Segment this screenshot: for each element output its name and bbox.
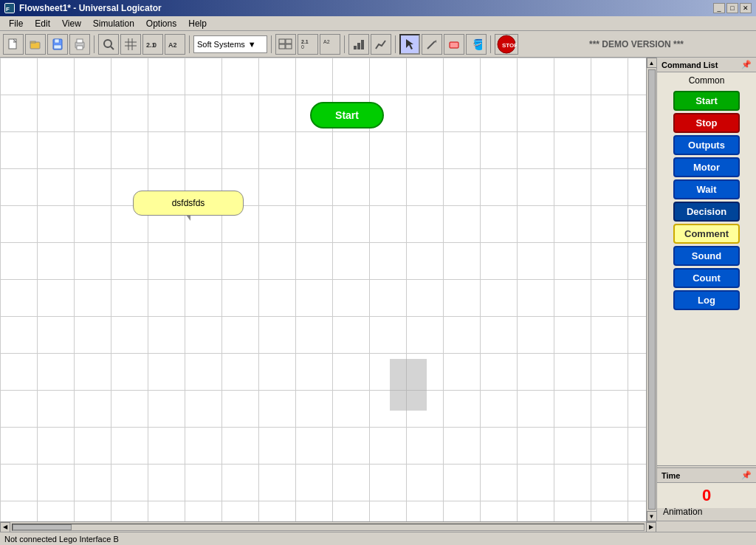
- svg-rect-27: [354, 46, 357, 49]
- start-command-button[interactable]: Start: [673, 91, 740, 111]
- time-panel-header: Time 📌: [657, 468, 756, 483]
- svg-text:🪣: 🪣: [472, 38, 482, 50]
- menu-file[interactable]: File: [3, 17, 29, 30]
- time-panel: Time 📌 0: [656, 467, 756, 508]
- log-command-button[interactable]: Log: [673, 290, 740, 310]
- scroll-left-button[interactable]: ◀: [0, 522, 10, 532]
- numbers-b-button[interactable]: 2.10: [298, 34, 318, 55]
- maximize-button[interactable]: □: [726, 3, 738, 13]
- menu-help[interactable]: Help: [182, 17, 213, 30]
- common-section-label: Common: [657, 72, 756, 89]
- svg-text:0: 0: [301, 44, 304, 49]
- window-controls[interactable]: _ □ ✕: [713, 3, 752, 13]
- open-button[interactable]: [25, 34, 46, 55]
- grid-button[interactable]: [120, 34, 141, 55]
- vertical-scrollbar[interactable]: ▲ ▼: [646, 58, 656, 521]
- command-list-title: Command List: [662, 61, 718, 69]
- sound-command-button[interactable]: Sound: [673, 246, 740, 266]
- main-layout: Start dsfdsfds ▲ ▼ Command List 📌 Common…: [0, 58, 756, 521]
- stop-command-button[interactable]: Stop: [673, 113, 740, 133]
- motor-command-button[interactable]: Motor: [673, 157, 740, 177]
- svg-rect-21: [286, 39, 292, 44]
- titlebar-left: F Flowsheet1* - Universal Logicator: [4, 3, 162, 13]
- scroll-track-horizontal[interactable]: [12, 524, 645, 531]
- menu-view[interactable]: View: [56, 17, 87, 30]
- arrows-button[interactable]: A2: [165, 34, 185, 55]
- svg-rect-7: [54, 45, 61, 49]
- toolbar: 2.10 A2 Soft Systems ▼ 2.10 A2: [0, 31, 756, 58]
- svg-rect-4: [30, 41, 35, 43]
- app-icon: F: [4, 3, 15, 13]
- svg-text:A2: A2: [168, 41, 177, 49]
- svg-marker-30: [406, 39, 413, 49]
- svg-rect-6: [55, 39, 59, 43]
- dropdown-arrow-icon: ▼: [248, 40, 256, 49]
- time-panel-title: Time: [662, 471, 680, 480]
- separator-2: [189, 35, 190, 53]
- scroll-down-button[interactable]: ▼: [647, 511, 657, 521]
- svg-rect-9: [77, 39, 83, 43]
- stop-toolbar-button[interactable]: STOP: [495, 34, 518, 55]
- menu-simulation[interactable]: Simulation: [87, 17, 140, 30]
- svg-text:STOP: STOP: [502, 42, 517, 49]
- svg-rect-23: [286, 44, 292, 49]
- menu-options[interactable]: Options: [140, 17, 182, 30]
- grid-small-button[interactable]: [275, 34, 296, 55]
- demo-watermark: *** DEMO VERSION ***: [520, 39, 753, 49]
- right-panel: Command List 📌 Common Start Stop Outputs…: [656, 58, 756, 521]
- scroll-up-button[interactable]: ▲: [647, 58, 657, 68]
- chart-button[interactable]: [348, 34, 369, 55]
- separator-5: [395, 35, 396, 53]
- horizontal-scrollbar[interactable]: ◀ ▶: [0, 521, 656, 532]
- eraser-tool-button[interactable]: [444, 34, 464, 55]
- comment-node-label: dsfdsfds: [172, 198, 205, 208]
- system-dropdown[interactable]: Soft Systems ▼: [193, 35, 267, 53]
- pencil-tool-button[interactable]: [422, 34, 442, 55]
- separator-1: [94, 35, 94, 53]
- menu-edit[interactable]: Edit: [29, 17, 56, 30]
- command-list-pin-icon[interactable]: 📌: [741, 60, 752, 69]
- wait-command-button[interactable]: Wait: [673, 179, 740, 199]
- window-title: Flowsheet1* - Universal Logicator: [19, 3, 162, 13]
- svg-text:F: F: [6, 6, 10, 13]
- start-node-label: Start: [335, 109, 359, 121]
- numbers-button[interactable]: 2.10: [142, 34, 163, 55]
- save-button[interactable]: [47, 34, 68, 55]
- separator-3: [271, 35, 272, 53]
- svg-text:2.1: 2.1: [301, 39, 309, 44]
- command-list-scroll: Start Stop Outputs Motor Wait Decision C…: [657, 89, 756, 465]
- svg-rect-10: [77, 46, 83, 49]
- drag-shadow: [390, 359, 427, 411]
- count-command-button[interactable]: Count: [673, 268, 740, 288]
- canvas-area[interactable]: Start dsfdsfds ▲ ▼: [0, 58, 656, 521]
- scroll-right-button[interactable]: ▶: [646, 522, 656, 532]
- comment-node[interactable]: dsfdsfds: [133, 191, 244, 216]
- select-tool-button[interactable]: [399, 34, 420, 55]
- scroll-thumb-horizontal[interactable]: [13, 524, 72, 530]
- outputs-command-button[interactable]: Outputs: [673, 135, 740, 155]
- svg-marker-32: [435, 40, 436, 43]
- svg-text:0: 0: [153, 41, 157, 49]
- fill-tool-button[interactable]: 🪣: [466, 34, 487, 55]
- svg-line-31: [427, 41, 435, 49]
- svg-rect-28: [357, 43, 360, 49]
- print-button[interactable]: [69, 34, 90, 55]
- svg-rect-20: [279, 39, 285, 44]
- arrows-b-button[interactable]: A2: [320, 34, 340, 55]
- chart2-button[interactable]: [371, 34, 391, 55]
- start-node[interactable]: Start: [310, 102, 384, 128]
- svg-line-12: [111, 47, 114, 49]
- titlebar: F Flowsheet1* - Universal Logicator _ □ …: [0, 0, 756, 16]
- new-button[interactable]: [3, 34, 24, 55]
- svg-rect-29: [361, 40, 364, 49]
- zoom-button[interactable]: [98, 34, 119, 55]
- time-panel-pin-icon[interactable]: 📌: [741, 470, 752, 480]
- svg-point-11: [104, 40, 111, 47]
- scroll-thumb-vertical[interactable]: [648, 69, 656, 510]
- minimize-button[interactable]: _: [713, 3, 725, 13]
- close-button[interactable]: ✕: [740, 3, 752, 13]
- comment-command-button[interactable]: Comment: [673, 224, 740, 244]
- svg-rect-22: [279, 44, 285, 49]
- decision-command-button[interactable]: Decision: [673, 202, 740, 222]
- svg-text:A2: A2: [323, 39, 330, 44]
